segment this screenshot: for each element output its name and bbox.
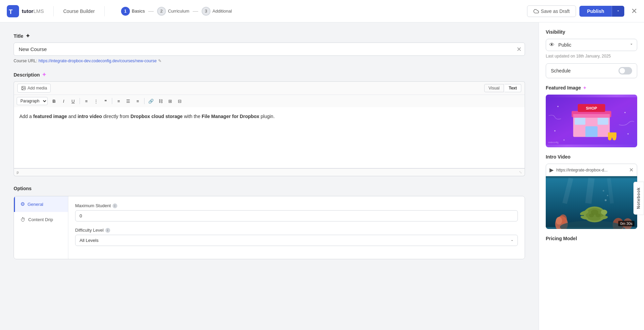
svg-point-34 — [601, 210, 607, 215]
more-button[interactable]: ⊟ — [175, 97, 184, 105]
step-label-2: Curriculum — [168, 9, 189, 14]
difficulty-group: Difficulty Level i All Levels Beginner I… — [75, 228, 518, 246]
featured-image[interactable]: SHOP codeconfig — [546, 95, 637, 147]
publish-button[interactable]: Publish — [579, 6, 612, 17]
toolbar-left: Add media — [17, 84, 51, 93]
svg-point-43 — [603, 190, 604, 192]
option-tab-general[interactable]: ⚙ General — [14, 196, 68, 212]
cloud-icon — [533, 9, 539, 14]
unlink-button[interactable]: ⛓ — [156, 97, 165, 105]
options-section: Options ⚙ General ⏱ Content Drip Max — [14, 186, 525, 259]
resize-handle[interactable]: ⤡ — [519, 170, 522, 175]
title-label: Title ✦ — [14, 33, 525, 39]
visibility-select[interactable]: Public Private Password Protected — [546, 39, 637, 51]
sparkle-icon-desc: ✦ — [42, 71, 46, 78]
underline-button[interactable]: U — [69, 97, 78, 105]
last-updated-text: Last updated on 18th January, 2025 — [546, 54, 637, 59]
ordered-list-button[interactable]: ⋮ — [91, 97, 100, 105]
featured-image-section: Featured Image ✦ — [546, 85, 637, 147]
options-layout: ⚙ General ⏱ Content Drip Maximum Student… — [14, 196, 525, 259]
svg-point-33 — [596, 214, 601, 217]
close-button[interactable]: ✕ — [631, 7, 637, 16]
toolbar-separator-3 — [144, 98, 145, 104]
step-additional[interactable]: 3 Additional — [202, 7, 232, 16]
video-url-bar: ▶ https://integrate-dropbox-d... ✕ — [546, 164, 637, 176]
step-num-2: 2 — [157, 7, 166, 16]
step-label-3: Additional — [213, 9, 232, 14]
video-remove-button[interactable]: ✕ — [629, 167, 633, 173]
logo-text: tutorLMS — [22, 8, 44, 14]
align-right-button[interactable]: ≡ — [133, 97, 142, 105]
logo: T tutorLMS — [7, 5, 44, 17]
text-tab[interactable]: Text — [505, 84, 521, 92]
svg-point-18 — [627, 133, 629, 135]
editor-toolbar: Add media Visual Text — [14, 81, 525, 95]
video-duration: 0m 30s — [618, 221, 634, 226]
video-thumbnail[interactable]: 0m 30s — [546, 176, 637, 229]
title-clear-button[interactable]: ✕ — [516, 46, 522, 53]
table-button[interactable]: ⊞ — [166, 97, 174, 105]
option-tab-drip-label: Content Drip — [28, 217, 53, 222]
pricing-title: Pricing Model — [546, 236, 637, 241]
blockquote-button[interactable]: ❝ — [101, 97, 110, 105]
step-basics[interactable]: 1 Basics — [121, 7, 145, 16]
toolbar-separator-1 — [80, 98, 80, 104]
step-num-1: 1 — [121, 7, 130, 16]
description-section: Description ✦ Add media Visual Text — [14, 71, 525, 176]
bold-button[interactable]: B — [50, 97, 58, 105]
option-tab-general-label: General — [28, 202, 43, 207]
visibility-section: Visibility 👁 Public Private Password Pro… — [546, 29, 637, 78]
main-layout: Title ✦ ✕ Course URL: https://integrate-… — [0, 22, 644, 330]
right-panel: Visibility 👁 Public Private Password Pro… — [539, 22, 644, 330]
svg-rect-10 — [573, 114, 610, 118]
visibility-select-wrapper: 👁 Public Private Password Protected — [546, 39, 637, 51]
intro-video-title: Intro Video — [546, 154, 637, 160]
add-media-button[interactable]: Add media — [17, 84, 51, 93]
notebook-tab[interactable]: Notebook — [633, 182, 644, 215]
step-curriculum[interactable]: 2 Curriculum — [157, 7, 189, 16]
intro-video-section: Intro Video ▶ https://integrate-dropbox-… — [546, 154, 637, 229]
align-left-button[interactable]: ≡ — [114, 97, 123, 105]
description-label: Description ✦ — [14, 71, 525, 78]
sparkle-icon-title: ✦ — [26, 33, 30, 39]
title-input[interactable] — [14, 43, 525, 56]
schedule-toggle[interactable] — [618, 67, 632, 75]
editor-body[interactable]: Add a featured image and intro video dir… — [14, 107, 525, 168]
svg-point-32 — [589, 214, 594, 217]
publish-button-group: Publish — [579, 6, 624, 17]
max-student-group: Maximum Student i — [75, 203, 518, 221]
svg-text:SHOP: SHOP — [586, 106, 597, 110]
max-student-input[interactable] — [75, 210, 518, 221]
svg-text:T: T — [9, 9, 13, 15]
edit-url-icon[interactable]: ✎ — [158, 59, 162, 63]
header: T tutorLMS Course Builder 1 Basics — 2 C… — [0, 0, 644, 22]
steps-nav: 1 Basics — 2 Curriculum — 3 Additional — [121, 7, 232, 16]
difficulty-info-icon[interactable]: i — [105, 228, 110, 233]
options-label: Options — [14, 186, 525, 191]
title-input-wrapper: ✕ — [14, 43, 525, 56]
italic-button[interactable]: I — [59, 97, 68, 105]
general-icon: ⚙ — [20, 201, 25, 207]
svg-rect-9 — [597, 117, 608, 125]
editor-content: Add a featured image and intro video dir… — [19, 113, 519, 120]
course-url-link[interactable]: https://integrate-dropbox-dev.codeconfig… — [38, 59, 156, 63]
save-draft-button[interactable]: Save as Draft — [527, 5, 576, 17]
visual-tab[interactable]: Visual — [484, 84, 504, 92]
featured-image-svg: SHOP codeconfig — [546, 95, 637, 147]
schedule-label: Schedule — [551, 68, 571, 73]
align-center-button[interactable]: ☰ — [124, 97, 133, 105]
max-student-info-icon[interactable]: i — [113, 203, 117, 208]
svg-line-39 — [588, 178, 591, 203]
publish-dropdown-button[interactable] — [612, 6, 624, 17]
svg-point-17 — [624, 112, 626, 113]
header-divider — [53, 6, 54, 16]
link-button[interactable]: 🔗 — [147, 97, 155, 105]
difficulty-select[interactable]: All Levels Beginner Intermediate Advance… — [75, 235, 518, 246]
toolbar-separator-2 — [112, 98, 112, 104]
format-select[interactable]: Paragraph — [17, 97, 48, 105]
option-tab-content-drip[interactable]: ⏱ Content Drip — [14, 212, 68, 227]
unordered-list-button[interactable]: ≡ — [82, 97, 91, 105]
step-arrow-2: — — [193, 8, 198, 14]
step-label-1: Basics — [132, 9, 145, 14]
course-url: Course URL: https://integrate-dropbox-de… — [14, 59, 525, 63]
